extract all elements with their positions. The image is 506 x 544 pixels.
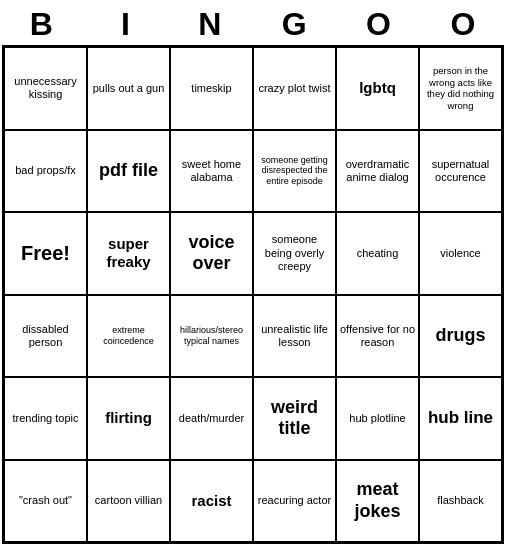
- cell-0-3: crazy plot twist: [253, 47, 336, 130]
- cell-3-5: drugs: [419, 295, 502, 378]
- title-i: I: [84, 6, 168, 43]
- cell-5-5: flashback: [419, 460, 502, 543]
- cell-1-1: pdf file: [87, 130, 170, 213]
- title-o2: O: [422, 6, 506, 43]
- cell-2-5: violence: [419, 212, 502, 295]
- cell-4-1: flirting: [87, 377, 170, 460]
- title-b: B: [0, 6, 84, 43]
- cell-1-0: bad props/fx: [4, 130, 87, 213]
- cell-3-3: unrealistic life lesson: [253, 295, 336, 378]
- cell-1-3: someone getting disrespected the entire …: [253, 130, 336, 213]
- cell-2-2: voice over: [170, 212, 253, 295]
- cell-0-2: timeskip: [170, 47, 253, 130]
- cell-5-1: cartoon villian: [87, 460, 170, 543]
- cell-2-1: super freaky: [87, 212, 170, 295]
- cell-4-3: weird title: [253, 377, 336, 460]
- cell-4-0: trending topic: [4, 377, 87, 460]
- cell-4-5: hub line: [419, 377, 502, 460]
- cell-5-4: meat jokes: [336, 460, 419, 543]
- cell-1-4: overdramatic anime dialog: [336, 130, 419, 213]
- cell-4-4: hub plotline: [336, 377, 419, 460]
- cell-0-4: lgbtq: [336, 47, 419, 130]
- cell-5-0: "crash out": [4, 460, 87, 543]
- cell-0-0: unnecessary kissing: [4, 47, 87, 130]
- cell-5-2: racist: [170, 460, 253, 543]
- cell-3-1: extreme coincedence: [87, 295, 170, 378]
- cell-0-1: pulls out a gun: [87, 47, 170, 130]
- title-g: G: [253, 6, 337, 43]
- title-o1: O: [337, 6, 421, 43]
- cell-3-0: dissabled person: [4, 295, 87, 378]
- cell-4-2: death/murder: [170, 377, 253, 460]
- bingo-title: B I N G O O: [0, 0, 506, 45]
- cell-2-3: someone being overly creepy: [253, 212, 336, 295]
- cell-3-4: offensive for no reason: [336, 295, 419, 378]
- cell-1-5: supernatual occurence: [419, 130, 502, 213]
- bingo-grid: unnecessary kissing pulls out a gun time…: [2, 45, 504, 544]
- cell-1-2: sweet home alabama: [170, 130, 253, 213]
- title-n: N: [169, 6, 253, 43]
- cell-0-5: person in the wrong acts like they did n…: [419, 47, 502, 130]
- cell-5-3: reacuring actor: [253, 460, 336, 543]
- cell-2-4: cheating: [336, 212, 419, 295]
- cell-2-0: Free!: [4, 212, 87, 295]
- cell-3-2: hillarious/stereo typical names: [170, 295, 253, 378]
